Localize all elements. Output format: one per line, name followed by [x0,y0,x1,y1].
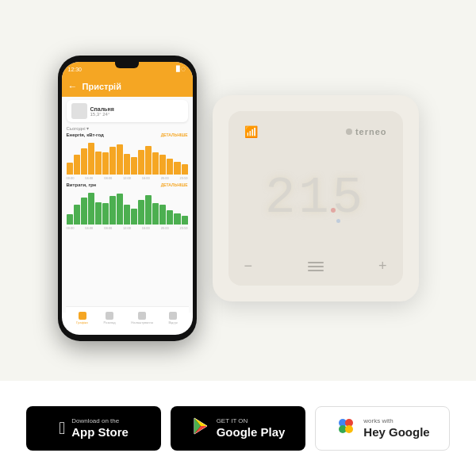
main-area: 12:30 ▉ ◌ ← Пристрій Спальня 15,3° 24° С… [0,0,476,381]
nav-title: Пристрій [83,82,121,91]
hey-google-small: works with [363,417,429,425]
charts-icon [79,312,86,320]
cost-bar [167,210,173,225]
cost-chart [67,189,188,225]
bottom-nav: Графіки Розклад Налаштування Відгук [66,306,189,328]
cost-bar [102,203,109,225]
phone-screen: 12:30 ▉ ◌ ← Пристрій Спальня 15,3° 24° С… [62,62,193,335]
cost-bar [95,202,102,225]
app-store-small: Download on the [71,417,129,425]
energy-bar [138,150,144,175]
device-name: Спальня [90,106,183,112]
cost-title: Витрати, грн [67,182,97,187]
charts-label: Графіки [76,321,88,324]
temp-dot-red [331,208,336,213]
plus-button[interactable]: + [378,258,387,274]
google-play-big: Google Play [217,425,286,440]
terneo-logo: terneo [346,127,387,136]
thermostat-controls: − + [244,258,387,274]
cost-detail-link[interactable]: ДЕТАЛЬНІШЕ [161,182,188,187]
google-play-badge[interactable]: GET IT ON Google Play [171,406,305,451]
energy-bar [117,144,123,175]
time: 12:30 [68,67,83,72]
energy-chart [67,139,188,175]
cost-bar [138,200,144,225]
app-store-big: App Store [71,425,129,440]
wifi-icon: 📶 [244,125,258,138]
energy-bar [182,164,188,175]
cost-bar [152,203,159,225]
svg-point-8 [345,425,353,433]
temp-dot-blue [336,219,340,223]
today-label[interactable]: Сьогодні ▾ [67,125,188,131]
thermostat-inner: 📶 terneo 215 − + [228,111,403,286]
cost-bar [124,205,130,225]
energy-chart-labels: 00:00 04:00 08:00 12:00 16:00 20:00 23:5… [67,176,188,180]
nav-item-settings[interactable]: Налаштування [131,312,153,324]
energy-bar [174,162,180,175]
feedback-icon [169,312,177,320]
settings-label: Налаштування [131,321,153,324]
energy-bar [145,146,152,175]
energy-bar [102,152,109,175]
google-play-small: GET IT ON [217,417,286,425]
terneo-dot [346,129,352,135]
app-content: Спальня 15,3° 24° Сьогодні ▾ Енергія, кВ… [62,97,193,313]
nav-bar: ← Пристрій [62,76,193,97]
hey-google-badge[interactable]: works with Hey Google [315,406,450,451]
energy-bar [88,143,94,175]
back-arrow-icon[interactable]: ← [68,81,78,92]
thermostat-device: 📶 terneo 215 − + [213,95,419,301]
nav-item-charts[interactable]: Графіки [76,312,88,324]
minus-button[interactable]: − [244,258,253,274]
phone-mockup: 12:30 ▉ ◌ ← Пристрій Спальня 15,3° 24° С… [58,56,197,341]
cost-chart-labels: 00:00 04:00 08:00 12:00 16:00 20:00 23:5… [67,226,188,230]
energy-bar [81,148,87,175]
energy-bar [67,163,73,175]
nav-item-feedback[interactable]: Відгук [169,312,178,324]
cost-bar [109,196,116,225]
hey-google-big: Hey Google [363,425,429,440]
settings-icon [138,312,146,320]
cost-bar [159,205,166,225]
energy-bar [109,147,116,175]
app-store-badge[interactable]:  Download on the App Store [26,406,161,451]
phone-notch [115,62,139,68]
nav-item-schedule[interactable]: Розклад [103,312,115,324]
schedule-icon [106,312,113,320]
energy-detail-link[interactable]: ДЕТАЛЬНІШЕ [161,132,188,137]
device-icon [71,103,87,119]
device-info: Спальня 15,3° 24° [90,106,183,117]
energy-bar [167,159,173,175]
device-card[interactable]: Спальня 15,3° 24° [67,100,188,122]
menu-button[interactable] [308,262,324,271]
energy-section-header: Енергія, кВт·год ДЕТАЛЬНІШЕ [67,132,188,137]
cost-bar [81,198,87,225]
cost-bar [145,195,152,225]
cost-bar [117,194,123,225]
cost-section-header: Витрати, грн ДЕТАЛЬНІШЕ [67,182,188,187]
device-temp: 15,3° 24° [90,112,183,117]
cost-bar [182,216,188,225]
brand-name: terneo [355,127,387,136]
cost-bar [67,214,73,225]
energy-bar [131,157,137,175]
apple-icon:  [59,418,65,439]
energy-bar [152,152,159,175]
cost-bar [174,213,180,225]
hey-google-icon [335,415,357,442]
cost-bar [131,209,137,225]
thermostat-top: 📶 terneo [244,125,387,138]
energy-bar [124,154,130,175]
cost-bar [88,193,94,225]
energy-bar [159,155,166,175]
app-store-text: Download on the App Store [71,417,129,440]
google-play-text: GET IT ON Google Play [217,417,286,440]
bottom-strip:  Download on the App Store GET IT ON Go… [0,381,476,476]
hey-google-text: works with Hey Google [363,417,429,440]
battery-icon: ▉ ◌ [176,66,186,72]
google-play-icon [191,416,210,440]
energy-bar [74,155,80,175]
energy-bar [95,152,102,175]
feedback-label: Відгук [169,321,178,324]
